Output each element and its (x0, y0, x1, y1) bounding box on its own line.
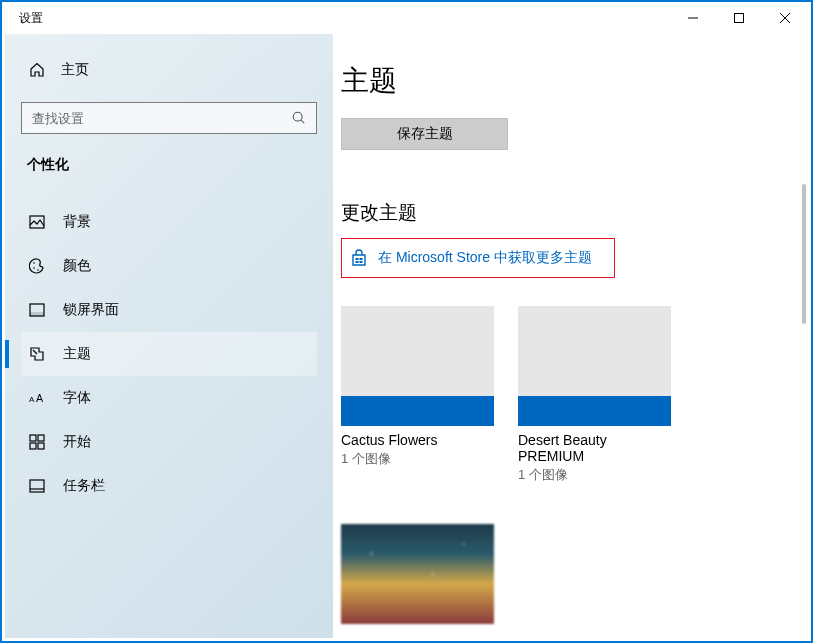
svg-rect-1 (735, 14, 744, 23)
sidebar-item-label: 字体 (63, 389, 91, 407)
svg-rect-21 (360, 258, 363, 260)
svg-rect-16 (30, 443, 36, 449)
home-icon (29, 62, 45, 78)
sidebar-item-colors[interactable]: 颜色 (21, 244, 317, 288)
window-title: 设置 (5, 10, 43, 27)
svg-point-8 (33, 267, 35, 269)
get-more-themes-link[interactable]: 在 Microsoft Store 中获取更多主题 (350, 249, 606, 267)
theme-card-cactus[interactable]: Cactus Flowers 1 个图像 (341, 306, 494, 484)
sidebar-item-label: 锁屏界面 (63, 301, 119, 319)
svg-point-7 (33, 262, 35, 264)
sidebar-item-label: 背景 (63, 213, 91, 231)
svg-rect-17 (38, 443, 44, 449)
theme-icon (29, 346, 45, 362)
sidebar-item-label: 主题 (63, 345, 91, 363)
svg-text:A: A (36, 392, 44, 404)
sidebar-item-label: 任务栏 (63, 477, 105, 495)
main-content: 主题 保存主题 更改主题 在 Microsoft Store 中获取更多主题 C… (333, 34, 808, 638)
svg-rect-14 (30, 435, 36, 441)
lockscreen-icon (29, 302, 45, 318)
font-icon: AA (29, 391, 45, 405)
search-box[interactable] (21, 102, 317, 134)
minimize-icon (688, 13, 698, 23)
maximize-button[interactable] (716, 2, 762, 34)
home-label: 主页 (61, 61, 89, 79)
home-nav[interactable]: 主页 (21, 50, 317, 90)
theme-thumbnail (341, 306, 494, 426)
section-heading: 个性化 (21, 156, 317, 174)
svg-text:A: A (29, 395, 35, 404)
theme-name: Cactus Flowers (341, 432, 494, 448)
svg-point-9 (37, 269, 39, 271)
store-icon (350, 249, 368, 267)
store-link-highlight: 在 Microsoft Store 中获取更多主题 (341, 238, 615, 278)
scrollbar[interactable] (796, 34, 808, 638)
close-icon (780, 13, 790, 23)
svg-rect-18 (30, 480, 44, 492)
sidebar: 主页 个性化 背景 颜色 (5, 34, 333, 638)
page-title: 主题 (341, 62, 784, 100)
maximize-icon (734, 13, 744, 23)
svg-line-5 (301, 120, 304, 123)
search-icon (292, 111, 306, 125)
sidebar-item-label: 颜色 (63, 257, 91, 275)
theme-subtitle: 1 个图像 (341, 450, 494, 468)
svg-rect-22 (356, 261, 359, 263)
theme-thumbnail (518, 306, 671, 426)
start-icon (29, 434, 45, 450)
picture-icon (29, 214, 45, 230)
svg-point-4 (293, 112, 302, 121)
sidebar-item-themes[interactable]: 主题 (21, 332, 317, 376)
close-button[interactable] (762, 2, 808, 34)
theme-name: Desert Beauty PREMIUM (518, 432, 671, 464)
svg-rect-23 (360, 261, 363, 263)
svg-rect-20 (356, 258, 359, 260)
sidebar-item-fonts[interactable]: AA 字体 (21, 376, 317, 420)
change-theme-heading: 更改主题 (341, 200, 784, 226)
sidebar-item-start[interactable]: 开始 (21, 420, 317, 464)
sidebar-item-background[interactable]: 背景 (21, 200, 317, 244)
theme-card-desert[interactable]: Desert Beauty PREMIUM 1 个图像 (518, 306, 671, 484)
palette-icon (29, 258, 45, 274)
scrollbar-thumb[interactable] (802, 184, 806, 324)
sidebar-item-lockscreen[interactable]: 锁屏界面 (21, 288, 317, 332)
store-link-text: 在 Microsoft Store 中获取更多主题 (378, 249, 592, 267)
theme-subtitle: 1 个图像 (518, 466, 671, 484)
title-bar: 设置 (5, 2, 808, 34)
taskbar-icon (29, 478, 45, 494)
theme-card-partial[interactable] (341, 524, 494, 624)
svg-rect-11 (30, 312, 44, 316)
theme-thumbnail (341, 524, 494, 624)
sidebar-item-label: 开始 (63, 433, 91, 451)
sidebar-item-taskbar[interactable]: 任务栏 (21, 464, 317, 508)
search-input[interactable] (32, 111, 292, 126)
svg-rect-15 (38, 435, 44, 441)
minimize-button[interactable] (670, 2, 716, 34)
save-theme-button[interactable]: 保存主题 (341, 118, 508, 150)
